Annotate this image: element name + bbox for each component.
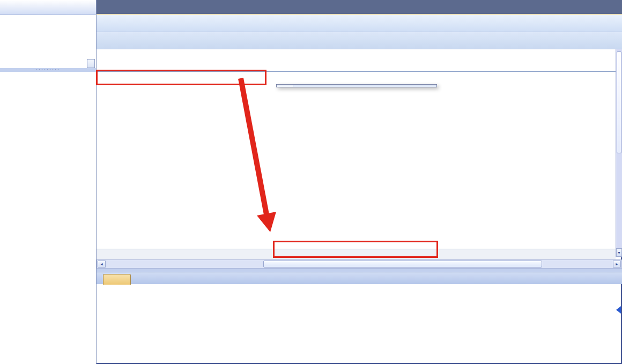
scroll-down-button[interactable]: ▼ <box>616 248 622 257</box>
sidebar-header <box>0 0 97 15</box>
grid-rows <box>98 72 616 249</box>
horizontal-scrollbar[interactable]: ◄ ► <box>97 259 622 269</box>
context-menu <box>276 84 437 87</box>
filter-bar <box>97 32 622 49</box>
tab-chi-tiet[interactable] <box>103 274 131 285</box>
detail-row-marker-icon <box>616 306 621 314</box>
sidebar: ········· <box>0 15 97 364</box>
vertical-scroll-thumb[interactable] <box>617 51 621 153</box>
sidebar-splitter[interactable]: ········· <box>0 68 96 72</box>
vertical-scrollbar[interactable]: ▼ <box>616 49 622 257</box>
app-window: ········· ◄ ► ▼ <box>0 0 622 364</box>
scroll-right-button[interactable]: ► <box>613 261 621 268</box>
sidebar-scroll-more-button[interactable] <box>87 59 95 68</box>
settings-gear-button[interactable] <box>593 0 620 14</box>
grid-filter-row <box>98 61 616 72</box>
scroll-left-button[interactable]: ◄ <box>98 261 106 268</box>
detail-tab-strip <box>97 272 622 284</box>
toolbar <box>97 15 622 32</box>
grid-header-row <box>98 49 616 61</box>
horizontal-scroll-thumb[interactable] <box>263 261 542 268</box>
status-bar <box>97 249 616 259</box>
tab-list <box>98 0 593 14</box>
detail-header-row <box>98 284 616 294</box>
detail-rows <box>98 294 616 364</box>
